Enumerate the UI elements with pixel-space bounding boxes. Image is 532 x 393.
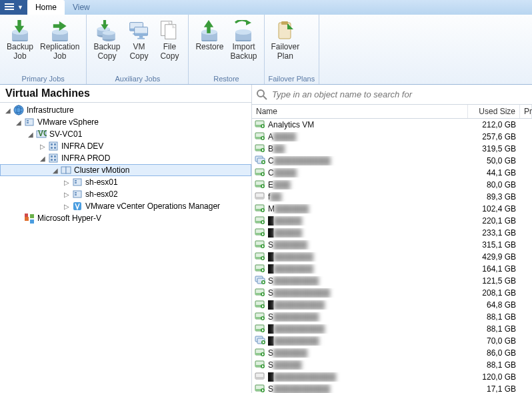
expand-icon[interactable]: ◢	[4, 107, 12, 114]
tree-node-infra-prod[interactable]: ◢ INFRA PROD	[0, 152, 251, 164]
table-row[interactable]: C██████████50,0 GB	[252, 155, 532, 167]
tab-home[interactable]: Home	[27, 0, 65, 15]
vm-size: 64,8 GB	[468, 300, 520, 310]
vm-icon	[255, 372, 265, 382]
tab-view[interactable]: View	[65, 0, 98, 15]
vm-icon	[255, 264, 265, 274]
ribbon-group-failover: Failover Plan Failover Plans	[265, 15, 320, 84]
failover-plan-label: Failover Plan	[271, 43, 300, 61]
search-input[interactable]	[272, 89, 528, 99]
vm-name: ████████	[268, 264, 468, 274]
tree-node-hyperv[interactable]: Microsoft Hyper-V	[0, 212, 251, 224]
backup-copy-button[interactable]: Backup Copy	[91, 17, 123, 73]
vm-name: B██	[268, 144, 468, 153]
vm-icon	[255, 384, 265, 393]
table-row[interactable]: ████████164,1 GB	[252, 263, 532, 275]
vm-icon	[255, 252, 265, 262]
restore-button[interactable]: Restore	[193, 17, 226, 73]
table-row[interactable]: S████████121,5 GB	[252, 275, 532, 287]
vm-name: ██████	[268, 216, 468, 226]
tree-node-vcops[interactable]: ▷ VMware vCenter Operations Manager	[0, 200, 251, 212]
tree-node-vc01[interactable]: ◢ SV-VC01	[0, 128, 251, 140]
vm-icon	[255, 348, 265, 358]
vm-size: 70,0 GB	[468, 336, 520, 346]
vm-icon	[255, 155, 265, 166]
vm-icon	[255, 167, 265, 178]
expand-icon[interactable]: ▷	[39, 143, 47, 150]
table-row[interactable]: ██████████88,1 GB	[252, 323, 532, 335]
backup-job-button[interactable]: Backup Job	[4, 17, 36, 73]
tree-node-esx02[interactable]: ▷ sh-esx02	[0, 188, 251, 200]
failover-plan-button[interactable]: Failover Plan	[269, 17, 303, 73]
disk-copy-icon	[96, 20, 117, 41]
column-name[interactable]: Name	[252, 105, 468, 118]
group-label-restore: Restore	[193, 73, 259, 84]
table-row[interactable]: █████████70,0 GB	[252, 335, 532, 347]
tree-node-esx01[interactable]: ▷ sh-esx01	[0, 176, 251, 188]
vm-icon	[255, 312, 265, 322]
replication-job-button[interactable]: Replication Job	[37, 17, 82, 73]
vm-icon	[255, 360, 265, 370]
table-row[interactable]: C████44,1 GB	[252, 167, 532, 179]
table-row[interactable]: ████████████120,0 GB	[252, 371, 532, 383]
search-bar	[252, 85, 532, 105]
vm-size: 121,5 GB	[468, 276, 520, 286]
vm-name: ████████████	[268, 372, 468, 382]
table-row[interactable]: f██89,3 GB	[252, 191, 532, 203]
restore-label: Restore	[195, 43, 223, 52]
expand-icon[interactable]: ▷	[63, 179, 71, 186]
table-row[interactable]: ██████233,1 GB	[252, 227, 532, 239]
expand-icon[interactable]: ◢	[51, 167, 59, 174]
vm-size: 17,1 GB	[468, 384, 520, 393]
backup-job-label: Backup Job	[7, 43, 33, 61]
expand-icon[interactable]: ▷	[63, 191, 71, 198]
table-row[interactable]: Analytics VM212,0 GB	[252, 119, 532, 131]
table-row[interactable]: B██319,5 GB	[252, 143, 532, 155]
table-row[interactable]: ██████220,1 GB	[252, 215, 532, 227]
import-backup-button[interactable]: Import Backup	[227, 17, 259, 73]
tree-node-vsphere[interactable]: ◢ VMware vSphere	[0, 116, 251, 128]
table-row[interactable]: S████████88,1 GB	[252, 311, 532, 323]
vm-size: 89,3 GB	[468, 192, 520, 202]
table-row[interactable]: M██████102,4 GB	[252, 203, 532, 215]
vm-size: 212,0 GB	[468, 120, 520, 129]
vm-name: █████████	[268, 336, 468, 346]
right-pane: Name Used Size Pr Analytics VM212,0 GBA█…	[252, 85, 532, 393]
arrow-down-disk-icon	[9, 20, 31, 41]
grid-header: Name Used Size Pr	[252, 105, 532, 119]
vm-icon	[255, 143, 265, 154]
column-used-size[interactable]: Used Size	[468, 105, 520, 118]
vm-name: C██████████	[268, 156, 468, 165]
table-row[interactable]: S██████████17,1 GB	[252, 383, 532, 393]
vcenter-icon	[36, 129, 47, 139]
tree-node-cluster-vmotion[interactable]: ◢ Cluster vMotion	[0, 164, 251, 176]
vm-icon	[255, 240, 265, 250]
table-row[interactable]: S██████████208,1 GB	[252, 287, 532, 299]
table-row[interactable]: S██████315,1 GB	[252, 239, 532, 251]
file-copy-button[interactable]: File Copy	[155, 17, 184, 73]
tree-label: VMware vSphere	[36, 117, 99, 127]
vm-name: ██████	[268, 228, 468, 238]
vm-name: A████	[268, 132, 468, 141]
app-menu-button[interactable]: ▼	[0, 0, 27, 15]
vm-name: S██████████	[268, 384, 468, 393]
vm-name: S██████	[268, 240, 468, 250]
tree-node-infrastructure[interactable]: ◢ Infrastructure	[0, 104, 251, 116]
expand-icon[interactable]: ◢	[39, 155, 47, 162]
vm-size: 86,0 GB	[468, 348, 520, 358]
expand-icon[interactable]: ◢	[15, 119, 23, 126]
vm-icon	[255, 204, 265, 214]
table-row[interactable]: S█████88,1 GB	[252, 359, 532, 371]
table-row[interactable]: ██████████64,8 GB	[252, 299, 532, 311]
expand-icon[interactable]: ◢	[27, 131, 35, 138]
column-pr[interactable]: Pr	[520, 105, 532, 118]
table-row[interactable]: ████████429,9 GB	[252, 251, 532, 263]
table-row[interactable]: E███80,0 GB	[252, 179, 532, 191]
tree-node-infra-dev[interactable]: ▷ INFRA DEV	[0, 140, 251, 152]
vm-copy-button[interactable]: VM Copy	[124, 17, 153, 73]
tree-label: Cluster vMotion	[73, 165, 129, 175]
table-row[interactable]: A████257,6 GB	[252, 131, 532, 143]
expand-icon[interactable]: ▷	[63, 203, 71, 210]
vm-name: M██████	[268, 204, 468, 214]
table-row[interactable]: S██████86,0 GB	[252, 347, 532, 359]
